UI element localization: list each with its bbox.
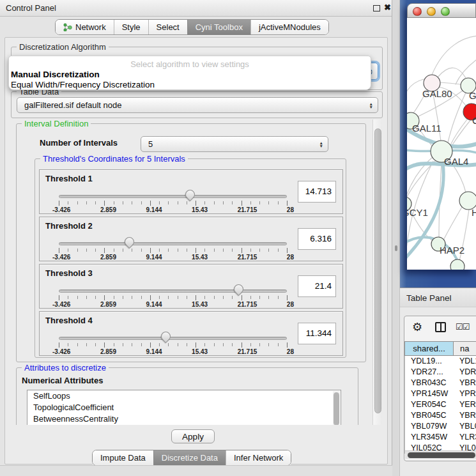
control-panel-window: Control Panel ✖ Network Styl [0, 0, 392, 476]
threshold-value-field[interactable]: 6.316 [298, 228, 336, 250]
threshold-slider[interactable]: -3.4262.859 9.14415.43 21.71528 [59, 239, 287, 261]
network-edge[interactable] [440, 82, 461, 84]
network-node-label: G [469, 90, 476, 101]
slider-track[interactable] [59, 242, 287, 245]
slider-track[interactable] [59, 195, 287, 198]
close-icon[interactable]: ✖ [384, 3, 391, 12]
slider-tick-labels: -3.4262.859 9.14415.43 21.71528 [52, 348, 294, 355]
horizontal-scrollbar[interactable] [405, 450, 476, 459]
slider-major-ticks [59, 201, 288, 206]
dropdown-option-equal-width[interactable]: Equal Width/Frequency Discretization [11, 80, 155, 89]
screen: Control Panel ✖ Network Styl [0, 0, 476, 476]
network-edge[interactable] [450, 119, 467, 145]
panel-splitter[interactable] [392, 0, 400, 476]
tab-infer-network[interactable]: Infer Network [226, 450, 291, 465]
table-row[interactable]: YPR145W YPR1 [405, 388, 476, 399]
network-node-label: GAL80 [422, 88, 452, 99]
tab-discretize-data[interactable]: Discretize Data [153, 450, 226, 465]
split-columns-icon[interactable] [435, 322, 446, 332]
slider-major-ticks [59, 342, 288, 348]
threshold-slider[interactable]: -3.4262.859 9.14415.43 21.71528 [59, 192, 287, 213]
network-view-window: GAL80GCGAL11GAL4GCY1HHAP2 [407, 3, 476, 270]
attribute-list-item[interactable]: TopologicalCoefficient [27, 402, 341, 413]
network-node-bottom-node[interactable] [450, 259, 464, 270]
threshold-value-field[interactable]: 11.344 [298, 323, 336, 344]
attribute-items: SelfLoops TopologicalCoefficient Between… [27, 390, 341, 425]
table-row[interactable]: YBL079W YBL0 [405, 421, 476, 432]
table-data-group: Table Data galFiltered.sif default node … [11, 91, 383, 118]
number-of-intervals-label: Number of Intervals [40, 138, 118, 148]
float-window-icon[interactable] [373, 5, 380, 12]
table-row[interactable]: YER054C YER0 [405, 399, 476, 410]
settings-scrollbar-thumb[interactable] [374, 128, 381, 413]
column-header-shared-name[interactable]: shared... [404, 341, 454, 356]
threshold-value-field[interactable]: 21.4 [298, 275, 336, 297]
column-header-name[interactable]: na [454, 341, 476, 356]
threshold-value-field[interactable]: 14.713 [298, 181, 336, 203]
control-panel-titlebar: Control Panel ✖ [0, 0, 392, 17]
apply-button[interactable]: Apply [171, 429, 215, 443]
table-row[interactable]: YDL19... YDL1 [405, 356, 476, 367]
algorithm-dropdown-popup: Select algorithm to view settings Manual… [8, 56, 371, 90]
slider-major-ticks [59, 295, 288, 300]
slider-track[interactable] [59, 289, 287, 293]
numerical-attributes-heading: Numerical Attributes [22, 376, 103, 385]
window-title: Control Panel [6, 3, 56, 13]
checkboxes-icon[interactable]: ☑☑ [456, 322, 469, 332]
slider-handle[interactable] [232, 282, 245, 296]
list-scrollbar[interactable] [333, 391, 340, 425]
threshold-slider[interactable]: -3.4262.859 9.14415.43 21.71528 [59, 286, 287, 308]
network-canvas[interactable]: GAL80GCGAL11GAL4GCY1HHAP2 [407, 18, 476, 270]
slider-handle[interactable] [123, 235, 136, 249]
discretization-algorithm-title: Discretization Algorithm [17, 42, 109, 52]
network-edge[interactable] [448, 93, 466, 142]
slider-tick-labels: -3.4262.859 9.14415.43 21.71528 [52, 301, 294, 308]
tab-style[interactable]: Style [114, 20, 148, 35]
slider-handle[interactable] [183, 188, 197, 201]
table-panel-card: ⚙ ☑☑ shared... na YDL19... YDL1 [404, 316, 476, 461]
table-row[interactable]: YDR27... YDR2 [405, 367, 476, 378]
tab-network[interactable]: Network [56, 20, 114, 35]
threshold-panel: Threshold 1 [39, 169, 343, 214]
window-bottom-edge [0, 465, 392, 476]
number-of-intervals-value: 5 [148, 139, 153, 149]
threshold-slider[interactable]: -3.4262.859 9.14415.43 21.71528 [59, 334, 287, 355]
gear-icon[interactable]: ⚙ [412, 321, 422, 334]
network-edge[interactable] [407, 79, 424, 106]
slider-track[interactable] [59, 337, 287, 340]
table-panel-title: Table Panel [406, 293, 452, 303]
tab-impute-data[interactable]: Impute Data [93, 450, 153, 465]
minimize-traffic-light-icon[interactable] [427, 7, 436, 16]
node-table: shared... na YDL19... YDL1 YDR27... YDR2 [404, 341, 476, 454]
network-node-label: GAL11 [412, 123, 441, 134]
network-node-label: HAP2 [440, 245, 464, 256]
thresholds-group: Threshold's Coordinates for 5 Intervals … [35, 158, 346, 358]
slider-handle[interactable] [159, 330, 173, 343]
attribute-list-item[interactable]: BetweennessCentrality [27, 413, 341, 425]
tab-cyni-toolbox[interactable]: Cyni Toolbox [187, 20, 250, 35]
table-data-combobox[interactable]: galFiltered.sif default node ▲▼ [17, 97, 378, 113]
table-row[interactable]: YBR043C YBR0 [405, 378, 476, 388]
threshold-panel: Threshold 2 [39, 217, 343, 261]
tab-select[interactable]: Select [148, 20, 187, 35]
zoom-traffic-light-icon[interactable] [441, 7, 450, 16]
number-of-intervals-combobox[interactable]: 5 ▲▼ [141, 136, 328, 152]
network-node-label: GAL4 [444, 156, 468, 167]
tab-network-label: Network [75, 22, 106, 32]
tab-jactivemnodules[interactable]: jActiveMNodules [250, 20, 328, 35]
splitter-grip-icon[interactable] [395, 245, 397, 251]
interval-definition-group: Interval Definition Number of Intervals … [16, 123, 366, 362]
settings-scrollbar[interactable] [372, 119, 382, 425]
network-canvas-svg: GAL80GCGAL11GAL4GCY1HHAP2 [407, 18, 476, 270]
table-row[interactable]: YBR045C YBR0 [405, 410, 476, 421]
network-edge[interactable] [444, 207, 462, 239]
table-data-value: galFiltered.sif default node [24, 100, 121, 110]
network-desktop-area: GAL80GCGAL11GAL4GCY1HHAP2 [400, 0, 476, 288]
close-traffic-light-icon[interactable] [413, 7, 422, 16]
attribute-list-item[interactable]: SelfLoops [27, 390, 341, 402]
table-row[interactable]: YLR345W YLR3 [405, 432, 476, 443]
horizontal-scrollbar-thumb[interactable] [408, 452, 475, 458]
dropdown-option-manual[interactable]: Manual Discretization [11, 70, 100, 79]
network-window-titlebar[interactable] [407, 3, 476, 18]
network-edge[interactable] [432, 36, 476, 75]
